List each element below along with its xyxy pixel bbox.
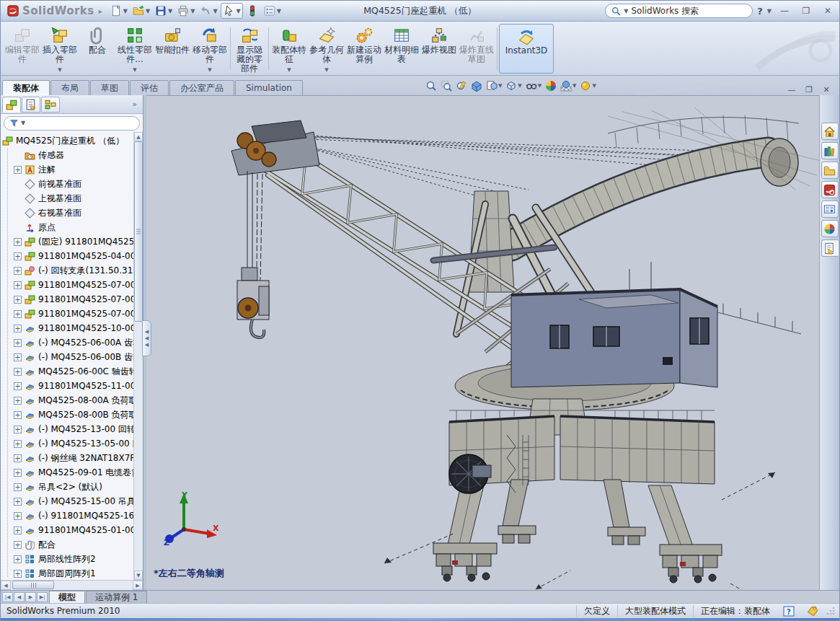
resize-grip[interactable]: [826, 607, 835, 615]
next-tab-button[interactable]: ▶: [25, 592, 36, 602]
expand-icon[interactable]: +: [14, 310, 22, 318]
view-settings-dropdown-icon[interactable]: ▼: [592, 83, 596, 89]
select-button[interactable]: ▼: [221, 3, 243, 19]
zoom-to-fit-button[interactable]: [425, 79, 438, 92]
doc-restore-button[interactable]: ❐: [802, 84, 816, 95]
expand-icon[interactable]: +: [14, 440, 22, 448]
hide-show-items-button[interactable]: ▼: [525, 79, 542, 92]
view-palette-button[interactable]: [821, 201, 839, 218]
print-dropdown-icon[interactable]: ▼: [190, 8, 195, 14]
exploded-view-button[interactable]: 爆炸视图: [420, 24, 458, 74]
tree-item[interactable]: 右视基准面: [1, 206, 133, 220]
tree-item[interactable]: +911801MQ4525-11-00 起升机构: [1, 379, 133, 393]
tab-评估[interactable]: 评估: [130, 80, 169, 95]
expand-icon[interactable]: +: [14, 252, 22, 260]
undo-button[interactable]: ▼: [198, 3, 218, 19]
show-hidden-components-button[interactable]: 显示隐藏的零部件: [232, 24, 267, 74]
apply-scene-dropdown-icon[interactable]: ▼: [572, 83, 576, 89]
tree-item[interactable]: +(-) MQ4525-06-00B 齿轮箱: [1, 350, 133, 364]
insert-components-dropdown-icon[interactable]: ▼: [58, 67, 61, 73]
tree-item[interactable]: +MQ4525-09-01 电缆卷筒: [1, 465, 133, 480]
expand-icon[interactable]: +: [14, 339, 22, 347]
section-view-button[interactable]: [470, 79, 483, 92]
help-dropdown-icon[interactable]: ▼: [767, 8, 772, 14]
open-button[interactable]: ▼: [131, 3, 151, 19]
tree-item[interactable]: +(固定) 911801MQ4525-02-00 门架: [1, 234, 133, 249]
linear-component-pattern-dropdown-icon[interactable]: ▼: [133, 67, 136, 73]
tree-item[interactable]: +局部圆周阵列1: [1, 566, 133, 580]
tab-装配体[interactable]: 装配体: [2, 80, 50, 95]
new-motion-study-button[interactable]: 新建运动算例: [345, 24, 383, 74]
scroll-left-arrow[interactable]: ◀: [1, 581, 11, 590]
model-tab-模型[interactable]: 模型: [49, 591, 85, 603]
quick-tips-help-icon[interactable]: ?: [783, 606, 795, 617]
zoom-to-area-button[interactable]: [440, 79, 453, 92]
scroll-down-arrow[interactable]: ▼: [134, 571, 143, 580]
apply-scene-button[interactable]: ▼: [560, 79, 577, 92]
tree-item[interactable]: +局部线性阵列2: [1, 552, 133, 566]
featuremanager-tab[interactable]: [2, 97, 21, 113]
expand-icon[interactable]: +: [14, 353, 22, 361]
open-dropdown-icon[interactable]: ▼: [146, 8, 150, 14]
save-button[interactable]: ▼: [153, 3, 174, 19]
display-style-dropdown-icon[interactable]: ▼: [518, 83, 521, 89]
search-scope-dropdown-icon[interactable]: ▼: [624, 8, 628, 14]
options-dropdown-icon[interactable]: ▼: [277, 8, 281, 14]
tree-item[interactable]: +911801MQ4525-07-00B 司机室: [1, 292, 133, 307]
tree-item[interactable]: +911801MQ4525-07-00C 司机室: [1, 307, 133, 321]
file-explorer-button[interactable]: [821, 162, 839, 179]
tree-item[interactable]: +(-) MQ4525-13-00 回转机构: [1, 422, 133, 436]
tree-item[interactable]: 上视基准面: [1, 191, 133, 206]
scroll-thumb-h[interactable]: [12, 581, 54, 589]
scroll-right-arrow[interactable]: ▶: [133, 581, 143, 590]
last-tab-button[interactable]: ▶|: [37, 592, 48, 602]
edit-appearance-button[interactable]: [544, 79, 557, 92]
tree-item[interactable]: +911801MQ4525-04-00 车轮组: [1, 249, 133, 263]
select-dropdown-icon[interactable]: ▼: [236, 8, 241, 14]
instant3d-button[interactable]: Instant3D: [499, 24, 554, 74]
expand-icon[interactable]: +: [14, 555, 22, 563]
doc-minimize-button[interactable]: —: [784, 84, 799, 95]
appearances-scenes-button[interactable]: [821, 220, 839, 237]
tree-item[interactable]: +配合: [1, 537, 133, 552]
design-library-button[interactable]: [821, 142, 839, 159]
tree-item[interactable]: 前视基准面: [1, 177, 133, 191]
tree-item[interactable]: 传感器: [1, 148, 133, 162]
expand-icon[interactable]: +: [14, 281, 22, 289]
explode-line-sketch-button[interactable]: 爆炸直线草图: [458, 24, 495, 74]
tree-item[interactable]: +(-) MQ4525-15-00 吊具电缆: [1, 494, 133, 508]
assembly-features-dropdown-icon[interactable]: ▼: [287, 67, 291, 73]
help-button[interactable]: ?: [757, 6, 763, 17]
configurationmanager-tab[interactable]: [41, 97, 60, 113]
expand-icon[interactable]: +: [14, 411, 22, 419]
reference-geometry-dropdown-icon[interactable]: ▼: [324, 67, 328, 73]
expand-icon[interactable]: +: [14, 382, 22, 390]
model-tab-运动算例 1[interactable]: 运动算例 1: [86, 591, 147, 603]
first-tab-button[interactable]: |◀: [2, 592, 13, 602]
assembly-features-button[interactable]: 装配体特征▼: [270, 24, 308, 74]
expand-icon[interactable]: +: [14, 469, 22, 477]
scroll-up-arrow[interactable]: ▲: [134, 132, 143, 141]
linear-component-pattern-button[interactable]: 线性零部件...▼: [116, 24, 154, 74]
smart-fasteners-button[interactable]: 智能扣件: [154, 24, 191, 74]
expand-icon[interactable]: +: [14, 454, 22, 462]
expand-icon[interactable]: +: [14, 368, 22, 376]
edit-component-button[interactable]: 编辑零部件: [4, 24, 41, 74]
move-component-dropdown-icon[interactable]: ▼: [208, 67, 211, 73]
tree-item[interactable]: +注解: [1, 162, 133, 177]
expand-icon[interactable]: +: [14, 541, 22, 549]
toolbar-expand-arrow[interactable]: ▸: [99, 7, 102, 15]
tree-item[interactable]: +吊具<2> (默认): [1, 480, 133, 494]
custom-properties-button[interactable]: [821, 239, 839, 257]
print-button[interactable]: ▼: [175, 3, 196, 19]
new-document-dropdown-icon[interactable]: ▼: [123, 8, 128, 14]
tree-horizontal-scrollbar[interactable]: ◀ ▶: [1, 580, 143, 590]
view-orientation-button[interactable]: ▼: [485, 79, 503, 92]
display-style-button[interactable]: ▼: [505, 79, 522, 92]
expand-icon[interactable]: +: [14, 512, 22, 520]
tree-filter-input[interactable]: ▼: [4, 116, 140, 131]
expand-icon[interactable]: +: [14, 527, 22, 534]
expand-icon[interactable]: +: [14, 238, 22, 246]
scroll-track-h[interactable]: [11, 581, 133, 590]
expand-icon[interactable]: +: [14, 296, 22, 304]
